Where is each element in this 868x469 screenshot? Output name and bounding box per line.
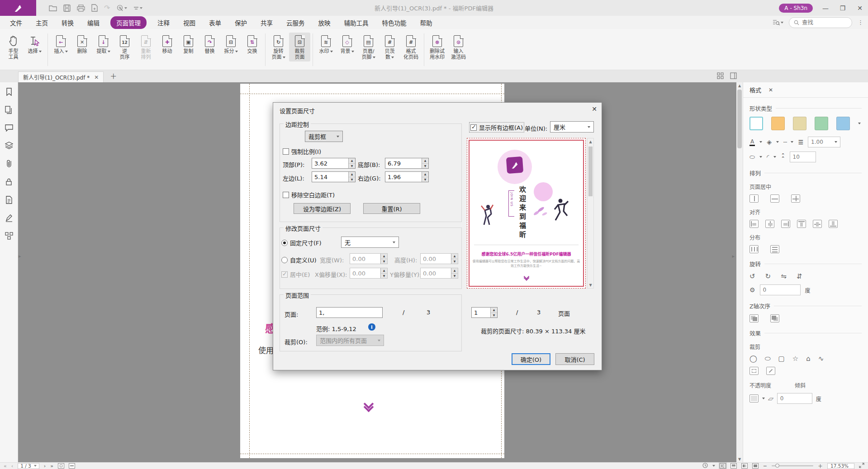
shape-style-swatch-2[interactable]: [771, 117, 785, 130]
top-margin-spinner[interactable]: ▲▼: [348, 158, 355, 168]
menu-present[interactable]: 放映: [318, 18, 331, 27]
scroll-up-icon[interactable]: ▲: [588, 138, 593, 145]
menu-comment[interactable]: 注释: [157, 18, 170, 27]
align-middle-icon[interactable]: [813, 220, 822, 228]
zoom-out-icon[interactable]: −: [763, 463, 767, 469]
bottom-margin-input[interactable]: [385, 158, 422, 168]
crop-star-icon[interactable]: ☆: [792, 355, 798, 363]
line-style-caret[interactable]: [759, 156, 762, 158]
align-bottom-icon[interactable]: [829, 220, 838, 228]
ribbon-tool-extract[interactable]: ↓ 提取: [93, 33, 114, 56]
previous-page-icon[interactable]: ‹: [11, 463, 13, 469]
search-input[interactable]: [802, 19, 843, 26]
ribbon-tool-select[interactable]: 选择: [24, 33, 45, 56]
scrollbar-thumb[interactable]: [588, 147, 593, 196]
single-page-view-icon[interactable]: [720, 463, 726, 469]
ribbon-tool-replace[interactable]: ↷ 替换: [199, 33, 220, 56]
restore-button[interactable]: ❐: [838, 5, 847, 12]
zoom-level[interactable]: 17.53%: [827, 463, 854, 469]
crop-rounded-rect-icon[interactable]: ▢: [778, 355, 785, 363]
opacity-swatch-icon[interactable]: [749, 394, 759, 403]
fields-icon[interactable]: [5, 232, 13, 240]
signature-icon[interactable]: [5, 214, 13, 222]
menu-features[interactable]: 特色功能: [382, 18, 407, 27]
attachments-icon[interactable]: [6, 159, 12, 168]
fullscreen-icon[interactable]: [859, 463, 864, 469]
layers-icon[interactable]: [5, 142, 13, 149]
dialog-close-icon[interactable]: ✕: [592, 105, 597, 113]
skew-icon[interactable]: ▱: [767, 395, 774, 402]
set-zero-margin-button[interactable]: 设为零边距(Z): [294, 203, 351, 214]
center-both-icon[interactable]: [791, 194, 800, 203]
new-page-button[interactable]: [91, 4, 98, 12]
shape-style-swatch-1[interactable]: [749, 117, 763, 130]
bottom-margin-spinner[interactable]: ▲▼: [422, 158, 428, 168]
collapse-left-panel-icon[interactable]: ▸: [19, 253, 21, 259]
line-style-icon[interactable]: ⬭: [749, 153, 755, 161]
corner-radius-input[interactable]: 10: [790, 152, 816, 162]
preview-page-field[interactable]: ▲▼: [471, 307, 498, 318]
new-tab-button[interactable]: ＋: [110, 71, 117, 81]
font-color-icon[interactable]: A: [749, 138, 755, 146]
show-all-borders-checkbox[interactable]: 显示所有边框(A): [470, 123, 524, 132]
shape-style-swatch-3[interactable]: [793, 117, 806, 130]
menu-protect[interactable]: 保护: [235, 18, 247, 27]
fixed-size-radio[interactable]: 固定尺寸(F): [281, 238, 322, 247]
distribute-horizontal-icon[interactable]: [749, 245, 759, 253]
menu-share[interactable]: 共享: [261, 18, 273, 27]
menu-home[interactable]: 主页: [36, 18, 48, 27]
close-button[interactable]: ✕: [855, 5, 864, 12]
left-margin-spinner[interactable]: ▲▼: [348, 172, 355, 182]
unit-dropdown[interactable]: 厘米: [550, 121, 594, 133]
ribbon-tool-insert[interactable]: ← 插入: [50, 33, 71, 56]
menu-accessibility[interactable]: 辅助工具: [344, 18, 369, 27]
crop-rectangle-icon[interactable]: [749, 367, 759, 375]
collapse-right-panel-icon[interactable]: ▸: [732, 253, 735, 259]
format-tab[interactable]: 格式: [749, 85, 761, 94]
bookmarks-icon[interactable]: [5, 88, 13, 96]
ribbon-tool-split[interactable]: ⊟ 拆分: [220, 33, 242, 56]
scrollbar-thumb[interactable]: [737, 90, 742, 148]
corner-style-caret[interactable]: [773, 156, 776, 158]
first-page-icon[interactable]: «: [4, 463, 7, 469]
crop-freeform-icon[interactable]: ∿: [818, 355, 824, 363]
opacity-caret[interactable]: [762, 398, 765, 399]
ribbon-tool-enter-activation-code[interactable]: ⊙ 输入 激活码: [448, 33, 469, 62]
rotate-right-icon[interactable]: ↻: [765, 272, 771, 280]
ribbon-tool-watermark[interactable]: ≋ 水印: [315, 33, 337, 56]
zoom-slider[interactable]: [772, 465, 813, 466]
rotate-view-icon[interactable]: [702, 463, 708, 469]
print-button[interactable]: [77, 5, 85, 12]
ribbon-tool-remove-trial-watermark[interactable]: ⊗ 删除试 用水印: [427, 33, 448, 62]
top-margin-field[interactable]: ▲▼: [312, 158, 356, 169]
align-left-icon[interactable]: [749, 220, 759, 228]
crop-box-outline[interactable]: JOIN US 欢迎来到福昕 感谢您如全球6.5亿用户一样信任福昕PDF编辑: [469, 140, 584, 287]
align-right-icon[interactable]: [781, 220, 790, 228]
shape-style-swatch-5[interactable]: [836, 117, 850, 130]
zoom-in-icon[interactable]: ＋: [818, 462, 823, 469]
ribbon-tool-format-page-number[interactable]: # 格式 化页码: [400, 33, 422, 62]
shape-style-swatch-4[interactable]: [815, 117, 828, 130]
left-margin-field[interactable]: ▲▼: [312, 171, 356, 182]
ribbon-tool-header-footer[interactable]: ▤ 页眉/ 页脚: [358, 33, 379, 62]
ribbon-tool-background[interactable]: ◇ 背景: [337, 33, 358, 56]
dash-style-caret[interactable]: [791, 141, 793, 143]
fill-color-icon[interactable]: ◈: [767, 138, 772, 146]
menu-view[interactable]: 视图: [183, 18, 195, 27]
info-icon[interactable]: i: [368, 323, 375, 331]
ribbon-tool-move[interactable]: ✚ 移动: [157, 33, 178, 56]
menu-file[interactable]: 文件: [10, 18, 22, 27]
crop-oval-icon[interactable]: ⬭: [765, 355, 771, 363]
menu-edit[interactable]: 编辑: [87, 18, 100, 27]
left-margin-input[interactable]: [312, 172, 348, 182]
minimize-button[interactable]: —: [821, 5, 830, 12]
panel-close-icon[interactable]: ✕: [768, 87, 773, 93]
security-icon[interactable]: [5, 178, 12, 186]
page-thumbnails-icon[interactable]: [5, 106, 13, 114]
crop-ellipse-icon[interactable]: ◯: [749, 355, 757, 363]
preview-page-spinner[interactable]: ▲▼: [490, 308, 497, 317]
last-page-icon[interactable]: »: [50, 463, 53, 469]
right-margin-input[interactable]: [385, 172, 422, 182]
scroll-down-icon[interactable]: ▼: [736, 456, 743, 462]
fixed-size-dropdown[interactable]: 无: [341, 237, 399, 248]
